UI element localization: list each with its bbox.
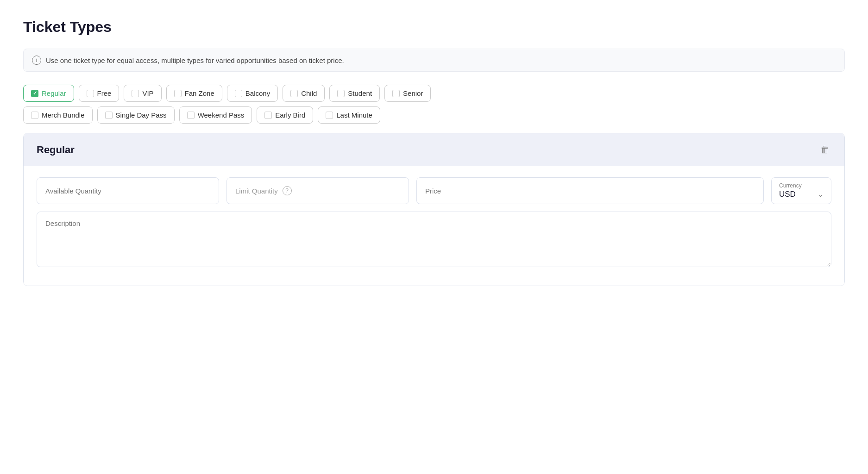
ticket-type-btn-senior[interactable]: Senior [384, 85, 431, 102]
checkbox-senior [392, 90, 400, 97]
ticket-label-early-bird: Early Bird [275, 111, 305, 119]
checkbox-merch-bundle [31, 112, 38, 119]
currency-label: Currency [779, 182, 824, 189]
ticket-label-fan-zone: Fan Zone [185, 89, 214, 97]
ticket-type-btn-student[interactable]: Student [329, 85, 380, 102]
info-icon: i [32, 56, 41, 65]
ticket-type-btn-free[interactable]: Free [79, 85, 120, 102]
page-title: Ticket Types [23, 19, 845, 36]
ticket-section-title: Regular [37, 144, 75, 156]
ticket-types-row2: Merch BundleSingle Day PassWeekend PassE… [23, 106, 845, 124]
delete-button[interactable]: 🗑 [818, 143, 831, 157]
checkbox-early-bird [264, 112, 272, 119]
ticket-label-regular: Regular [42, 89, 66, 97]
ticket-label-last-minute: Last Minute [336, 111, 372, 119]
ticket-label-student: Student [348, 89, 372, 97]
available-quantity-input[interactable] [37, 177, 219, 204]
ticket-type-btn-merch-bundle[interactable]: Merch Bundle [23, 106, 93, 124]
checkbox-balcony [235, 90, 242, 97]
fields-row-2 [37, 212, 831, 267]
ticket-section-body: Limit Quantity ? Currency USD ⌄ [24, 166, 844, 286]
ticket-type-btn-fan-zone[interactable]: Fan Zone [166, 85, 222, 102]
ticket-label-merch-bundle: Merch Bundle [42, 111, 85, 119]
ticket-type-btn-balcony[interactable]: Balcony [227, 85, 278, 102]
ticket-type-btn-early-bird[interactable]: Early Bird [257, 106, 313, 124]
ticket-section: Regular 🗑 Limit Quantity ? Currency USD … [23, 133, 845, 286]
ticket-label-single-day-pass: Single Day Pass [116, 111, 167, 119]
checkbox-weekend-pass [187, 112, 195, 119]
ticket-label-weekend-pass: Weekend Pass [198, 111, 245, 119]
ticket-type-btn-regular[interactable]: Regular [23, 85, 74, 102]
checkbox-student [337, 90, 345, 97]
ticket-label-senior: Senior [403, 89, 423, 97]
currency-value: USD [779, 190, 796, 199]
limit-quantity-wrapper: Limit Quantity ? [226, 177, 409, 204]
price-input[interactable] [416, 177, 764, 204]
checkbox-vip [132, 90, 139, 97]
checkbox-single-day-pass [105, 112, 113, 119]
ticket-type-btn-weekend-pass[interactable]: Weekend Pass [179, 106, 252, 124]
ticket-section-header: Regular 🗑 [24, 133, 844, 166]
ticket-label-free: Free [97, 89, 112, 97]
ticket-label-vip: VIP [142, 89, 153, 97]
ticket-label-child: Child [301, 89, 317, 97]
checkbox-fan-zone [174, 90, 182, 97]
checkbox-regular [31, 90, 38, 97]
fields-row-1: Limit Quantity ? Currency USD ⌄ [37, 177, 831, 204]
info-text: Use one ticket type for equal access, mu… [46, 56, 344, 64]
ticket-type-btn-vip[interactable]: VIP [124, 85, 161, 102]
chevron-down-icon: ⌄ [818, 191, 824, 198]
ticket-type-btn-child[interactable]: Child [283, 85, 325, 102]
info-banner: i Use one ticket type for equal access, … [23, 49, 845, 72]
help-icon[interactable]: ? [283, 186, 292, 195]
ticket-types-row1: RegularFreeVIPFan ZoneBalconyChildStuden… [23, 85, 845, 102]
ticket-type-btn-last-minute[interactable]: Last Minute [318, 106, 380, 124]
ticket-type-btn-single-day-pass[interactable]: Single Day Pass [97, 106, 175, 124]
checkbox-free [87, 90, 94, 97]
description-input[interactable] [37, 212, 831, 267]
checkbox-last-minute [326, 112, 333, 119]
currency-value-row: USD ⌄ [779, 190, 824, 199]
ticket-label-balcony: Balcony [245, 89, 270, 97]
limit-quantity-label: Limit Quantity [235, 187, 278, 195]
checkbox-child [290, 90, 298, 97]
currency-select[interactable]: Currency USD ⌄ [771, 177, 831, 204]
